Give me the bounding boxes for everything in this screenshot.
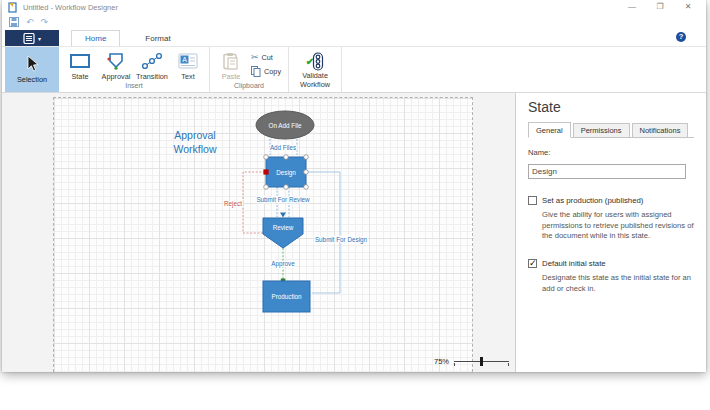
svg-text:A: A [182, 56, 187, 63]
validate-group: ✔ Validate Workflow [289, 47, 342, 92]
copy-icon [251, 66, 261, 77]
tab-format[interactable]: Format [132, 31, 183, 46]
copy-button[interactable]: Copy [251, 66, 281, 77]
transition-label-add-files[interactable]: Add Files [270, 144, 296, 151]
selection-label: Selection [17, 75, 47, 84]
validate-workflow-button[interactable]: ✔ Validate Workflow [292, 50, 338, 89]
node-production-label: Production [271, 293, 302, 300]
zoom-level: 75% [434, 357, 449, 366]
state-properties-panel: State General Permissions Notifications … [515, 93, 706, 372]
tab-notifications[interactable]: Notifications [632, 123, 689, 137]
validate-check-icon: ✔ [306, 56, 314, 67]
app-icon [8, 2, 18, 13]
zoom-control: 75% [434, 356, 509, 367]
app-window: Untitled - Workflow Designer — ❐ ✕ ↶ ↷ ▾… [2, 0, 706, 372]
submit-for-design-line[interactable] [306, 172, 340, 293]
name-label: Name: [528, 148, 694, 157]
approval-button[interactable]: Approval [98, 50, 134, 81]
default-initial-state-description: Designate this state as the initial stat… [542, 273, 694, 294]
undo-icon[interactable]: ↶ [26, 17, 34, 27]
diagram-title-line1[interactable]: Approval [174, 129, 215, 141]
node-review[interactable] [263, 218, 303, 248]
default-initial-state-checkbox[interactable]: ✓ [528, 259, 537, 268]
panel-title: State [528, 99, 694, 115]
transition-label-submit-for-review[interactable]: Submit For Review [256, 196, 310, 203]
validate-label-line1: Validate [302, 71, 328, 80]
panel-tab-strip: General Permissions Notifications [528, 122, 694, 138]
cut-button[interactable]: ✂ Cut [251, 53, 281, 62]
window-title: Untitled - Workflow Designer [23, 3, 118, 12]
design-canvas[interactable]: Approval Workflow Add Files On Add File … [2, 93, 515, 372]
reject-endpoint [263, 169, 268, 174]
app-menu-button[interactable]: ▾ [5, 30, 59, 46]
transition-label-approve[interactable]: Approve [271, 260, 295, 268]
clipboard-group-label: Clipboard [213, 82, 285, 92]
validate-label-line2: Workflow [300, 80, 330, 89]
help-icon[interactable]: ? [676, 32, 686, 42]
set-as-production-label[interactable]: Set as production (published) [542, 196, 643, 205]
insert-group-label: Insert [62, 82, 206, 92]
set-as-production-description: Give the ability for users with assigned… [542, 210, 694, 242]
state-label: State [71, 72, 88, 81]
set-as-production-checkbox[interactable] [528, 196, 537, 205]
node-review-label: Review [273, 224, 294, 231]
cursor-arrow-icon [25, 55, 40, 73]
state-icon [69, 52, 91, 70]
redo-icon[interactable]: ↷ [41, 17, 49, 27]
selection-tool-button[interactable]: Selection [5, 47, 59, 92]
text-label: Text [181, 72, 194, 81]
diagram-title-line2[interactable]: Workflow [174, 143, 217, 155]
node-design-label: Design [276, 169, 296, 177]
approval-icon [105, 52, 127, 70]
text-button[interactable]: A Text [170, 50, 206, 81]
titlebar: Untitled - Workflow Designer — ❐ ✕ [2, 0, 706, 15]
approval-label: Approval [102, 72, 131, 81]
state-button[interactable]: State [62, 50, 98, 81]
ribbon: Selection State Approval [2, 46, 706, 93]
cut-label: Cut [262, 53, 273, 62]
default-initial-state-label[interactable]: Default initial state [542, 259, 606, 268]
app-menu-caret: ▾ [38, 35, 41, 42]
cut-icon: ✂ [251, 53, 259, 62]
ribbon-tab-row: ▾ Home Format ? [2, 28, 706, 46]
transition-label-submit-for-design[interactable]: Submit For Design [315, 236, 368, 244]
close-button[interactable]: ✕ [682, 2, 694, 11]
app-menu-icon [23, 33, 35, 44]
transition-button[interactable]: Transition [134, 50, 170, 81]
paste-icon [221, 52, 241, 70]
paste-label: Paste [222, 72, 241, 81]
minimize-button[interactable]: — [626, 2, 638, 11]
tab-general[interactable]: General [528, 122, 571, 138]
validate-group-label [292, 89, 338, 92]
insert-group: State Approval [59, 47, 210, 92]
maximize-button[interactable]: ❐ [654, 2, 666, 11]
submit-for-review-arrowhead [280, 213, 286, 218]
tab-home[interactable]: Home [71, 30, 120, 47]
transition-label-reject[interactable]: Reject [224, 200, 242, 208]
text-icon: A [177, 52, 199, 70]
zoom-slider-thumb[interactable] [480, 357, 483, 366]
transition-icon [140, 52, 164, 70]
quick-access-toolbar: ↶ ↷ [2, 15, 706, 28]
name-input[interactable] [528, 164, 686, 179]
zoom-slider[interactable] [454, 356, 509, 367]
workflow-diagram: Approval Workflow Add Files On Add File … [2, 93, 515, 372]
save-icon[interactable] [9, 17, 19, 27]
tab-permissions[interactable]: Permissions [573, 123, 630, 137]
copy-label: Copy [264, 67, 281, 76]
node-on-add-file-label: On Add File [269, 122, 302, 129]
paste-button[interactable]: Paste [213, 50, 249, 81]
transition-label: Transition [136, 72, 168, 81]
clipboard-group: Paste ✂ Cut Copy Clipboa [210, 47, 289, 92]
